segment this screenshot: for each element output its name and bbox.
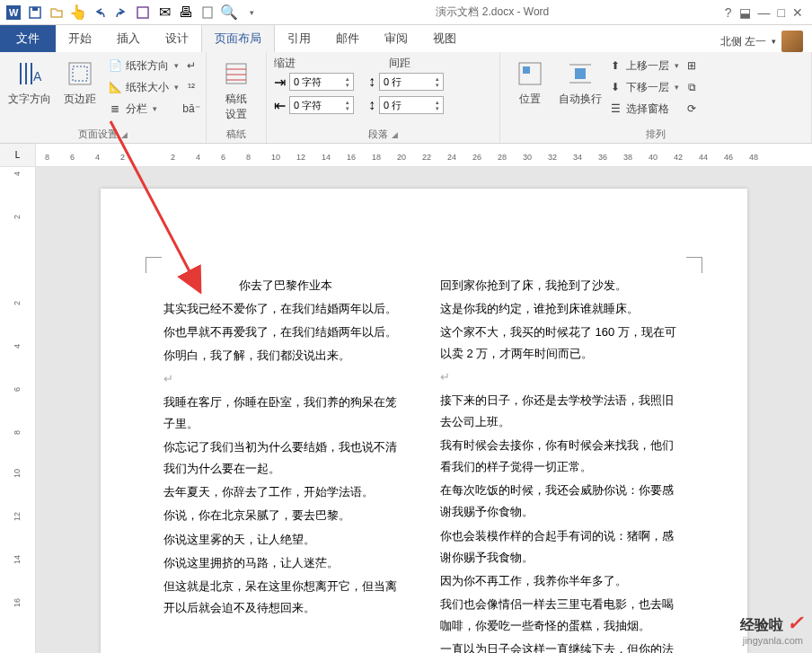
indent-left-icon: ⇥	[274, 74, 286, 91]
tab-review[interactable]: 审阅	[372, 25, 420, 52]
tab-selector-icon[interactable]: L	[0, 144, 36, 166]
orientation-button[interactable]: 📄纸张方向	[108, 56, 179, 75]
page-setup-dialog-launcher[interactable]: ◢	[121, 130, 128, 139]
paragraph[interactable]: 在每次吃饭的时候，我还会威胁你说：你要感谢我赐予你食物。	[440, 480, 684, 523]
paragraph-dialog-launcher[interactable]: ◢	[392, 130, 398, 139]
indent-right-input[interactable]: 0 字符▴▾	[289, 96, 354, 114]
paragraph[interactable]: 这是你我的约定，谁抢到床谁就睡床。	[440, 298, 684, 320]
paragraph[interactable]: 我们也会像情侣一样去三里屯看电影，也去喝咖啡，你爱吃一些奇怪的蛋糕，我抽烟。	[440, 594, 684, 637]
close-icon[interactable]: ✕	[792, 5, 803, 20]
text-column-1[interactable]: 你去了巴黎作业本 其实我已经不爱你了，在我们结婚两年以后。你也早就不再爱我了，在…	[163, 275, 408, 653]
vertical-ruler[interactable]: 42246810121416	[0, 167, 36, 653]
paragraph[interactable]: 其实我已经不爱你了，在我们结婚两年以后。	[163, 298, 408, 320]
paragraph[interactable]: 但这就是北京，呆在这里你想离开它，但当离开以后就会迫不及待想回来。	[163, 576, 408, 619]
user-name[interactable]: 北侧 左一	[720, 34, 766, 49]
paragraph[interactable]: ↵	[440, 366, 684, 388]
ribbon-display-icon[interactable]: ⬓	[739, 5, 751, 20]
save-as-icon[interactable]	[133, 3, 153, 22]
text-column-2[interactable]: 回到家你抢到了床，我抢到了沙发。这是你我的约定，谁抢到床谁就睡床。这个家不大，我…	[440, 275, 684, 653]
tab-references[interactable]: 引用	[275, 25, 323, 52]
paragraph[interactable]: 你也早就不再爱我了，在我们结婚两年以后。	[163, 322, 408, 343]
paragraph[interactable]: 去年夏天，你辞去了工作，开始学法语。	[163, 481, 408, 503]
print-preview-icon[interactable]: 🔍	[219, 3, 239, 22]
hyphenation-icon[interactable]: bā⁻	[184, 99, 199, 119]
margin-corner-tr	[686, 257, 702, 273]
paragraph[interactable]: 因为你不再工作，我养你半年多了。	[440, 570, 684, 592]
svg-rect-5	[203, 7, 212, 18]
tab-view[interactable]: 视图	[420, 25, 469, 52]
save-icon[interactable]	[25, 3, 45, 22]
maximize-icon[interactable]: □	[778, 5, 785, 20]
tab-design[interactable]: 设计	[153, 25, 201, 52]
paragraph[interactable]: 你说这里拥挤的马路，让人迷茫。	[163, 552, 408, 574]
touch-mode-icon[interactable]: 👆	[68, 3, 88, 22]
bring-forward-button[interactable]: ⬆上移一层	[608, 56, 679, 75]
manuscript-settings-button[interactable]: 稿纸 设置	[214, 56, 259, 122]
paper-size-button[interactable]: 📐纸张大小	[108, 77, 179, 97]
title-bar: W 👆 ✉ 🖶 🔍 演示文档 2.docx - Word ? ⬓ — □ ✕	[0, 0, 812, 25]
paragraph[interactable]: 这个家不大，我买的时候花了 160 万，现在可以卖 2 万，才两年时间而已。	[440, 322, 684, 365]
selection-pane-button[interactable]: ☰选择窗格	[608, 99, 679, 119]
group-paragraph: 缩进 间距 ⇥ 0 字符▴▾ ↕ 0 行▴▾ ⇤ 0 字符▴▾ ↕ 0 行▴▾ …	[267, 52, 500, 143]
document-page[interactable]: 你去了巴黎作业本 其实我已经不爱你了，在我们结婚两年以后。你也早就不再爱我了，在…	[101, 189, 747, 653]
quick-print-icon[interactable]: 🖶	[176, 3, 196, 22]
svg-text:A: A	[33, 69, 42, 84]
user-avatar-icon[interactable]	[781, 31, 803, 52]
minimize-icon[interactable]: —	[758, 5, 771, 20]
ribbon: A 文字方向 页边距 📄纸张方向 📐纸张大小 ≣分栏 ↵ ¹² bā⁻ 页面设置…	[0, 52, 812, 144]
group-arrange: 位置 自动换行 ⬆上移一层 ⬇下移一层 ☰选择窗格 ⊞ ⧉ ⟳ 排列	[500, 52, 812, 143]
breaks-icon[interactable]: ↵	[184, 56, 199, 75]
help-icon[interactable]: ?	[725, 5, 732, 20]
text-direction-button[interactable]: A 文字方向	[7, 56, 52, 107]
paragraph[interactable]: 你也会装模作样的合起手有词的说：猪啊，感谢你赐予我食物。	[440, 525, 684, 569]
tab-insert[interactable]: 插入	[104, 25, 153, 52]
indent-right-icon: ⇤	[274, 97, 286, 114]
word-app-icon[interactable]: W	[4, 3, 23, 22]
open-icon[interactable]	[47, 3, 66, 22]
redo-icon[interactable]	[111, 3, 131, 22]
position-button[interactable]: 位置	[508, 56, 552, 107]
horizontal-ruler[interactable]: L 86422468101214161820222426283032343638…	[0, 144, 812, 167]
indent-left-input[interactable]: 0 字符▴▾	[289, 73, 354, 91]
indent-header: 缩进	[274, 56, 296, 71]
line-numbers-icon[interactable]: ¹²	[184, 77, 199, 97]
margin-corner-tl	[146, 257, 162, 273]
user-area: 北侧 左一 ▾	[720, 31, 812, 52]
paragraph[interactable]: ↵	[163, 368, 408, 390]
svg-rect-3	[32, 7, 38, 11]
group-objects-icon[interactable]: ⧉	[684, 77, 699, 97]
paragraph[interactable]: 接下来的日子，你还是去学校学法语，我照旧去公司上班。	[440, 390, 684, 433]
tab-page-layout[interactable]: 页面布局	[201, 24, 275, 52]
quick-access-toolbar: W 👆 ✉ 🖶 🔍	[4, 3, 260, 22]
tab-home[interactable]: 开始	[56, 25, 104, 52]
file-tab[interactable]: 文件	[0, 25, 56, 52]
wrap-text-button[interactable]: 自动换行	[558, 56, 603, 107]
document-title: 演示文档 2.docx - Word	[436, 4, 549, 20]
margins-button[interactable]: 页边距	[57, 56, 102, 107]
spacing-after-input[interactable]: 0 行▴▾	[379, 96, 444, 114]
align-icon[interactable]: ⊞	[684, 56, 699, 75]
spacing-before-input[interactable]: 0 行▴▾	[379, 73, 444, 91]
group-page-setup: A 文字方向 页边距 📄纸张方向 📐纸张大小 ≣分栏 ↵ ¹² bā⁻ 页面设置…	[0, 52, 207, 143]
spacing-after-icon: ↕	[368, 97, 375, 113]
paragraph[interactable]: 你忘记了我们当初为什么要结婚，我也说不清我们为什么要在一起。	[163, 437, 408, 480]
columns-button[interactable]: ≣分栏	[108, 99, 179, 119]
svg-rect-4	[137, 7, 148, 18]
paragraph[interactable]: 你说，你在北京呆腻了，要去巴黎。	[163, 505, 408, 526]
paragraph[interactable]: 我有时候会去接你，你有时候会来找我，他们看我们的样子觉得一切正常。	[440, 435, 684, 478]
svg-rect-8	[73, 66, 87, 81]
rotate-icon[interactable]: ⟳	[684, 99, 699, 119]
paragraph[interactable]: 一直以为日子会这样一直继续下去，但你的法语越来越好，已经可以看懂让·雷诺的电影字…	[440, 639, 684, 653]
send-backward-button[interactable]: ⬇下移一层	[608, 77, 679, 97]
page-canvas[interactable]: 你去了巴黎作业本 其实我已经不爱你了，在我们结婚两年以后。你也早就不再爱我了，在…	[36, 167, 812, 653]
paragraph[interactable]: 你明白，我了解，我们都没说出来。	[163, 345, 408, 366]
paragraph[interactable]: 回到家你抢到了床，我抢到了沙发。	[440, 275, 684, 296]
tab-mailings[interactable]: 邮件	[323, 25, 372, 52]
email-icon[interactable]: ✉	[154, 3, 174, 22]
paragraph[interactable]: 我睡在客厅，你睡在卧室，我们养的狗呆在笼子里。	[163, 392, 408, 435]
ribbon-tabs: 文件 开始 插入 设计 页面布局 引用 邮件 审阅 视图 北侧 左一 ▾	[0, 25, 812, 52]
undo-icon[interactable]	[90, 3, 110, 22]
qat-customize-icon[interactable]	[241, 3, 260, 22]
new-doc-icon[interactable]	[198, 3, 217, 22]
paragraph[interactable]: 你说这里雾的天，让人绝望。	[163, 529, 408, 551]
